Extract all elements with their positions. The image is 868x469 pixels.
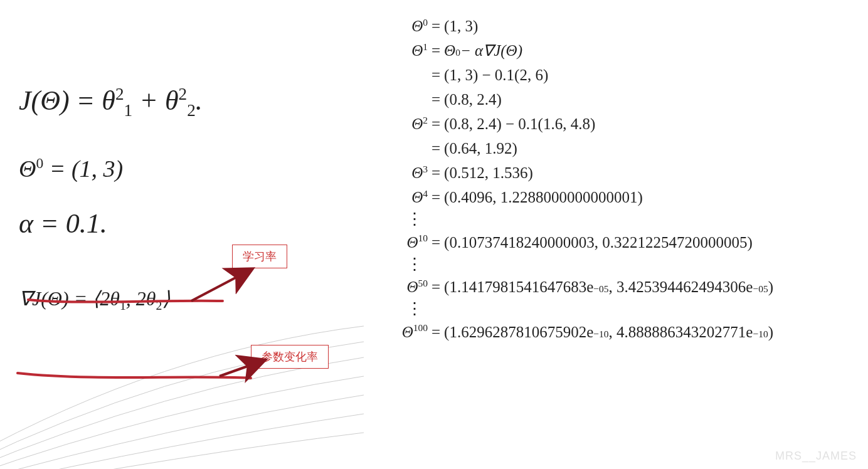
eq-gradient: ∇J(Θ) = ⟨2θ1, 2θ2⟩ <box>19 287 370 313</box>
annotation-learning-rate: 学习率 <box>232 245 287 268</box>
watermark: MRS__JAMES <box>775 450 857 463</box>
step-0: Θ0=(1, 3) <box>381 15 864 37</box>
step-1-line1: Θ1= Θ0 − α∇J(Θ) <box>381 40 864 61</box>
annotation-param-change-rate-label: 参数变化率 <box>262 350 318 363</box>
vdots-1: ⋮ <box>381 211 864 229</box>
step-10: Θ10=(0.10737418240000003, 0.322122547200… <box>381 231 864 253</box>
step-3: Θ3=(0.512, 1.536) <box>381 162 864 184</box>
eq-alpha: α = 0.1. <box>19 208 370 240</box>
annotation-param-change-rate: 参数变化率 <box>251 345 329 369</box>
eq-theta0: Θ0 = (1, 3) <box>19 155 370 182</box>
step-2-line1: Θ2=(0.8, 2.4) − 0.1(1.6, 4.8) <box>381 113 864 135</box>
eq-cost-function: J(Θ) = θ21 + θ22. <box>19 85 370 120</box>
page: J(Θ) = θ21 + θ22. Θ0 = (1, 3) α = 0.1. ∇… <box>0 0 868 469</box>
annotation-learning-rate-label: 学习率 <box>243 250 277 263</box>
step-50: Θ50= (1.1417981541647683e−05, 3.42539446… <box>381 276 864 298</box>
vdots-2: ⋮ <box>381 256 864 274</box>
step-1-line2: =(1, 3) − 0.1(2, 6) <box>381 64 864 86</box>
step-100: Θ100= (1.6296287810675902e−10, 4.8888863… <box>381 321 864 343</box>
J-lhs: J(Θ) <box>19 85 70 116</box>
left-column: J(Θ) = θ21 + θ22. Θ0 = (1, 3) α = 0.1. ∇… <box>19 72 370 325</box>
step-2-line2: =(0.64, 1.92) <box>381 137 864 159</box>
vdots-3: ⋮ <box>381 300 864 319</box>
step-4: Θ4=(0.4096, 1.2288000000000001) <box>381 186 864 208</box>
right-column: Θ0=(1, 3) Θ1= Θ0 − α∇J(Θ) =(1, 3) − 0.1(… <box>381 13 864 345</box>
step-1-line3: =(0.8, 2.4) <box>381 88 864 110</box>
